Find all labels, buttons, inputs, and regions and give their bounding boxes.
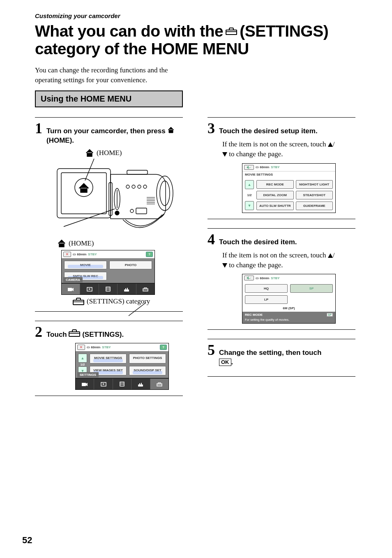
- record-status: STBY: [102, 345, 111, 349]
- step-4-number: 4: [208, 232, 215, 247]
- home-button-body-label: (HOME): [57, 239, 183, 248]
- svg-rect-27: [106, 287, 110, 291]
- page-up-button[interactable]: ▲: [78, 354, 87, 363]
- title-part-2: (SETTINGS): [240, 23, 328, 40]
- page-indicator: 1/2: [78, 363, 87, 366]
- help-icon[interactable]: ?: [160, 345, 167, 350]
- step-2-number: 2: [35, 324, 42, 339]
- svg-rect-40: [120, 382, 124, 386]
- camcorder-illustration: [41, 158, 176, 236]
- home-icon: [57, 239, 66, 248]
- tab-view-images[interactable]: [80, 284, 99, 294]
- tab-others[interactable]: [113, 379, 131, 389]
- svg-point-14: [126, 185, 129, 188]
- svg-rect-23: [136, 208, 147, 214]
- settings-category-label: (SETTINGS) category: [73, 297, 183, 306]
- record-status: STBY: [88, 252, 97, 256]
- tab-manage[interactable]: [118, 284, 136, 294]
- svg-rect-38: [82, 383, 86, 386]
- rec-mode-button[interactable]: REC MODE: [256, 180, 294, 189]
- section-masthead: Customizing your camcorder: [35, 12, 362, 19]
- steadyshot-button[interactable]: STEADYSHOT: [296, 191, 333, 199]
- triangle-up-icon: [328, 142, 333, 147]
- step-2: 2 Touch (SETTINGS). ✕ ▭ 60min STBY ?: [35, 321, 183, 396]
- svg-rect-34: [73, 300, 84, 305]
- hq-button[interactable]: HQ: [245, 284, 288, 293]
- lp-button[interactable]: LP: [245, 295, 288, 304]
- back-icon[interactable]: [244, 165, 254, 170]
- tab-view-images[interactable]: [94, 379, 113, 389]
- step-4-body: If the item is not on the screen, touch …: [222, 250, 355, 270]
- svg-point-13: [115, 211, 119, 215]
- left-column: 1 Turn on your camcorder, then press (HO…: [35, 117, 183, 396]
- close-icon[interactable]: ✕: [77, 345, 85, 350]
- lcd-footer-title: REC MODE: [245, 313, 263, 317]
- lcd-screenshot-camera-menu: ✕ ▭ 60min STBY ? MOVIE PHOTO SMTH: [61, 250, 155, 295]
- triangle-up-icon: [328, 253, 333, 258]
- tab-manage[interactable]: [131, 379, 150, 389]
- record-status: STBY: [271, 165, 279, 169]
- tab-camera[interactable]: [76, 379, 94, 389]
- lcd-screenshot-movie-settings: ▭ 60min STBY MOVIE SETTINGS ▲ 1/2 ▼ REC …: [242, 163, 336, 213]
- svg-point-9: [160, 181, 170, 206]
- page-indicator: 1/2: [245, 193, 254, 197]
- intro-text: You can change the recording functions a…: [35, 65, 183, 85]
- current-mode-badge: SP: [327, 313, 333, 317]
- digital-zoom-button[interactable]: DIGITAL ZOOM: [256, 191, 294, 199]
- page-down-button[interactable]: ▼: [245, 201, 254, 210]
- svg-rect-43: [138, 384, 143, 387]
- svg-rect-10: [127, 170, 148, 174]
- step-1: 1 Turn on your camcorder, then press (HO…: [35, 117, 183, 312]
- lcd-screenshot-rec-mode: ▭ 60min STBY HQ SP LP 6M (SP) REC MODE S…: [242, 274, 336, 324]
- guideframe-button[interactable]: GUIDEFRAME: [296, 201, 333, 210]
- ok-button-label: OK: [219, 359, 231, 366]
- svg-rect-30: [124, 289, 129, 292]
- step-3: 3 Touch the desired setup item. If the i…: [208, 117, 355, 219]
- svg-rect-4: [61, 173, 106, 214]
- auto-slow-shutter-button[interactable]: AUTO SLW SHUTTR: [256, 201, 294, 210]
- battery-indicator: ▭ 60min: [73, 252, 86, 256]
- tab-camera[interactable]: [62, 284, 80, 294]
- back-icon[interactable]: [244, 276, 254, 280]
- title-part-3: category of the HOME MENU: [35, 40, 249, 58]
- home-icon: [85, 149, 94, 157]
- step-1-number: 1: [35, 121, 42, 136]
- subsection-heading: Using the HOME MENU: [35, 90, 183, 107]
- photo-settings-button[interactable]: PHOTO SETTINGS: [129, 354, 166, 364]
- record-status: STBY: [271, 276, 279, 280]
- lcd-screen-title: MOVIE SETTINGS: [242, 171, 335, 178]
- step-3-number: 3: [208, 121, 215, 136]
- close-icon[interactable]: ✕: [63, 252, 71, 257]
- page-up-button[interactable]: ▲: [245, 180, 254, 189]
- page-number: 52: [22, 535, 32, 546]
- toolbox-icon: [226, 28, 237, 35]
- tab-settings[interactable]: [150, 379, 168, 389]
- category-label: CAMERA: [63, 277, 83, 282]
- tab-settings[interactable]: [136, 284, 154, 294]
- step-2-text: Touch (SETTINGS).: [46, 328, 183, 340]
- page-title: What you can do with the (SETTINGS) cate…: [35, 23, 362, 58]
- sound-disp-set-button[interactable]: SOUND/DISP SET: [129, 366, 166, 376]
- movie-settings-button[interactable]: MOVIE SETTINGS: [90, 354, 127, 364]
- toolbox-icon: [73, 298, 84, 305]
- step-5: 5 Change the setting, then touch OK.: [208, 339, 355, 377]
- photo-button[interactable]: PHOTO: [109, 261, 152, 269]
- tab-others[interactable]: [99, 284, 118, 294]
- lcd-footer-description: For setting the quality of movies.: [242, 318, 335, 323]
- step-5-text: Change the setting, then touch OK.: [219, 347, 355, 367]
- movie-button[interactable]: MOVIE: [64, 261, 107, 269]
- svg-rect-25: [68, 288, 72, 291]
- svg-rect-0: [226, 30, 237, 35]
- step-5-number: 5: [208, 343, 215, 357]
- sp-button[interactable]: SP: [290, 284, 333, 293]
- step-1-text: Turn on your camcorder, then press (HOME…: [46, 125, 183, 146]
- step-4-text: Touch the desired item.: [219, 236, 355, 247]
- help-icon[interactable]: ?: [146, 252, 153, 257]
- step-3-body: If the item is not on the screen, touch …: [222, 139, 355, 159]
- triangle-down-icon: [222, 263, 227, 268]
- step-3-text: Touch the desired setup item.: [219, 125, 355, 136]
- home-button-screen-label: (HOME): [85, 149, 183, 157]
- svg-point-15: [132, 185, 135, 188]
- nightshot-light-button[interactable]: NIGHTSHOT LIGHT: [296, 180, 333, 189]
- title-part-1: What you can do with the: [35, 23, 223, 40]
